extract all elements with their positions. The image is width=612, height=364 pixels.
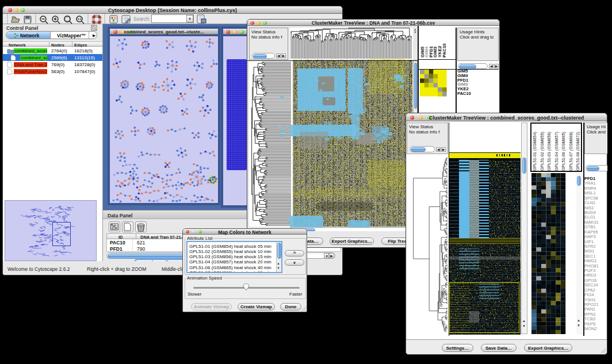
svg-text:GPL51-06 (GSM865): GPL51-06 (GSM865) (561, 132, 566, 171)
svg-text:GPL51-08 (GSM872): GPL51-08 (GSM872) (575, 132, 580, 171)
svg-text:1:1: 1:1 (78, 18, 82, 21)
svg-text:GPL51-03 (GSM856): GPL51-03 (GSM856) (546, 132, 552, 171)
svg-text:GPL51-07 (GSM868): GPL51-07 (GSM868) (568, 132, 573, 171)
svg-text:PAC10: PAC10 (442, 43, 447, 58)
svg-text:GPL51-02 (GSM855): GPL51-02 (GSM855) (540, 132, 545, 171)
svg-text:GPL51-01 (GSM854): GPL51-01 (GSM854) (532, 132, 537, 171)
svg-text:GPL51-04 (GSM857): GPL51-04 (GSM857) (554, 132, 559, 171)
